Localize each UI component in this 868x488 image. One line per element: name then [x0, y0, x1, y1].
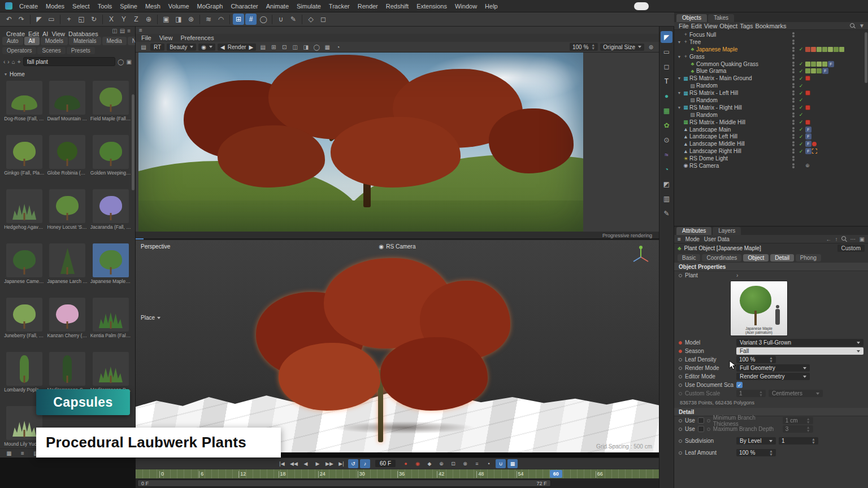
- menu-spline[interactable]: Spline: [116, 0, 141, 12]
- asset-item-ginkgo-fall-plant[interactable]: Ginkgo (Fall, Plant): [3, 135, 45, 187]
- mode-menu[interactable]: Mode: [685, 236, 700, 242]
- sphere-tool-icon[interactable]: ●: [661, 90, 672, 102]
- material-swatch[interactable]: [805, 47, 810, 52]
- visibility-dots[interactable]: [790, 127, 797, 132]
- panel-menu-icon[interactable]: ≡: [678, 236, 681, 242]
- tab-attributes[interactable]: Attributes: [676, 227, 711, 235]
- menu-create[interactable]: Create: [15, 0, 42, 12]
- category-tab-presets[interactable]: Presets: [67, 47, 95, 54]
- search-input[interactable]: [23, 57, 116, 66]
- material-swatch[interactable]: [811, 47, 816, 52]
- material-swatch[interactable]: [805, 62, 810, 67]
- lock-icon[interactable]: ▣: [127, 59, 132, 65]
- field-tool-icon[interactable]: ⊙: [661, 134, 672, 146]
- frame-tool-icon[interactable]: ◻: [661, 60, 672, 72]
- object-row-rs-matrix-left-hill[interactable]: ▼▦RS Matrix - Left Hill✓: [674, 89, 868, 97]
- pen-tool-icon[interactable]: ✎: [661, 207, 672, 219]
- vegetation-tool-icon[interactable]: ✿: [661, 119, 672, 131]
- workplane-icon[interactable]: ◯: [258, 14, 269, 25]
- material-swatch[interactable]: [817, 47, 822, 52]
- redshift-material-tag[interactable]: [805, 120, 810, 125]
- panel-float-icon[interactable]: ▤: [120, 28, 125, 35]
- render-settings-icon[interactable]: ⊛: [185, 14, 197, 25]
- object-row-rs-matrix-main-ground[interactable]: ▼▦RS Matrix - Main Ground✓: [674, 75, 868, 82]
- zoom-field[interactable]: 100 %▲▼: [570, 43, 598, 51]
- expander-icon[interactable]: ▼: [676, 76, 682, 80]
- phong-tag[interactable]: F: [805, 133, 811, 140]
- menu-help[interactable]: Help: [481, 0, 502, 12]
- volume-tool-icon[interactable]: ◩: [661, 178, 672, 190]
- goto-end-icon[interactable]: ▶|: [336, 459, 346, 468]
- snapshot-icon[interactable]: ◫: [290, 43, 300, 51]
- visibility-dots[interactable]: [790, 62, 797, 67]
- redshift-material-tag[interactable]: [805, 76, 810, 81]
- asset-item-dog-rose-fall-plant[interactable]: Dog-Rose (Fall, Plant): [3, 81, 45, 133]
- pass-dropdown[interactable]: Beauty: [167, 43, 196, 51]
- object-row-random[interactable]: ▨Random✓: [674, 97, 868, 104]
- save-image-icon[interactable]: ▤: [258, 43, 267, 51]
- menu-simulate[interactable]: Simulate: [293, 0, 325, 12]
- asset-item-japanese-maple-fall-plant[interactable]: Japanese Maple (Fall, Plant): [90, 243, 132, 295]
- layout-pill[interactable]: [634, 2, 649, 10]
- model-dropdown[interactable]: Variant 3 Full-Grown: [736, 339, 863, 346]
- material-swatch[interactable]: [817, 62, 822, 67]
- object-row-random[interactable]: ▨Random✓: [674, 82, 868, 89]
- object-row-landscape-left-hill[interactable]: ▲Landscape Left Hill✓F: [674, 133, 868, 140]
- disclose-icon[interactable]: ›: [736, 272, 738, 278]
- view-label[interactable]: Perspective: [141, 243, 170, 250]
- menu-mograph[interactable]: MoGraph: [193, 0, 227, 12]
- visibility-dots[interactable]: [790, 141, 797, 146]
- enable-check[interactable]: ✓: [797, 141, 805, 147]
- record-pla-icon[interactable]: •: [484, 459, 494, 468]
- visibility-dots[interactable]: [790, 40, 797, 45]
- nav-back-icon[interactable]: ‹: [3, 59, 5, 65]
- object-row-rs-dome-light[interactable]: ☀RS Dome Light: [674, 155, 868, 162]
- asset-item-honey-locust-sunburst-fall-plant[interactable]: Honey Locust 'Sunburst' (Fall, Plant): [46, 189, 88, 241]
- goto-start-icon[interactable]: |◀: [277, 459, 287, 468]
- menu-redshift[interactable]: Redshift: [382, 0, 413, 12]
- object-manager-scrollbar[interactable]: [865, 32, 867, 83]
- crop-region-icon[interactable]: ⊡: [280, 43, 289, 51]
- next-key-icon[interactable]: ▶▶: [324, 459, 335, 468]
- channels-icon[interactable]: ▦: [323, 43, 332, 51]
- menu-animate[interactable]: Animate: [262, 0, 293, 12]
- grid-overlay-icon[interactable]: ⊞: [269, 43, 278, 51]
- keyframe-dot[interactable]: [679, 367, 682, 370]
- enable-check[interactable]: ✓: [797, 119, 805, 125]
- object-row-random[interactable]: ▨Random✓: [674, 111, 868, 119]
- magnet-tool-icon[interactable]: ∪: [275, 14, 287, 25]
- undo-icon[interactable]: ↶: [3, 14, 15, 25]
- object-row-grass[interactable]: ▼+Grass: [674, 53, 868, 60]
- filter-icon[interactable]: ▼: [859, 23, 865, 29]
- panel-split-icon[interactable]: ◫: [112, 28, 117, 35]
- asset-item-globe-robinia-fall-plant[interactable]: Globe Robinia (Fall, Plant): [46, 135, 88, 187]
- record-parameter-icon[interactable]: ≡: [472, 459, 482, 468]
- menu-tracker[interactable]: Tracker: [325, 0, 354, 12]
- filter-tab-materials[interactable]: Materials: [69, 37, 101, 45]
- redshift-material-tag[interactable]: [805, 90, 810, 95]
- visibility-dots[interactable]: [790, 98, 797, 103]
- spinner-icon[interactable]: ▲▼: [769, 356, 773, 363]
- timeline-magnet-icon[interactable]: ∪: [496, 459, 506, 468]
- color-sampler-icon[interactable]: ◯: [312, 43, 321, 51]
- asset-item-golden-weeping-willow-fall-plant[interactable]: Golden Weeping Willow (Fall, Plant): [90, 135, 132, 187]
- phong-tag[interactable]: F: [822, 68, 828, 74]
- nav-forward-icon[interactable]: ›: [7, 59, 9, 65]
- editor-mode-dropdown[interactable]: Render Geometry: [736, 373, 810, 380]
- keyframe-dot[interactable]: [679, 419, 682, 422]
- render-view-icon[interactable]: ▣: [160, 14, 172, 25]
- enable-check[interactable]: ✓: [797, 127, 805, 132]
- camera-target-icon[interactable]: ⊕: [805, 163, 810, 168]
- display-tool-icon[interactable]: ▥: [661, 193, 672, 204]
- filter-tab-auto[interactable]: Auto: [2, 37, 23, 45]
- filter-tab-all[interactable]: All: [24, 37, 40, 45]
- select-tool-icon[interactable]: ◤: [661, 31, 672, 43]
- rt-button[interactable]: RT: [150, 43, 164, 51]
- play-loop-icon[interactable]: ↺: [348, 459, 358, 468]
- enable-check[interactable]: ✓: [797, 90, 805, 96]
- category-tab-operators[interactable]: Operators: [2, 47, 36, 54]
- settings-gear-icon[interactable]: ⊛: [646, 43, 656, 51]
- object-menu-file[interactable]: File: [678, 23, 690, 29]
- play-sound-icon[interactable]: ♪: [360, 459, 370, 468]
- camera-dropdown[interactable]: ◉: [198, 43, 215, 51]
